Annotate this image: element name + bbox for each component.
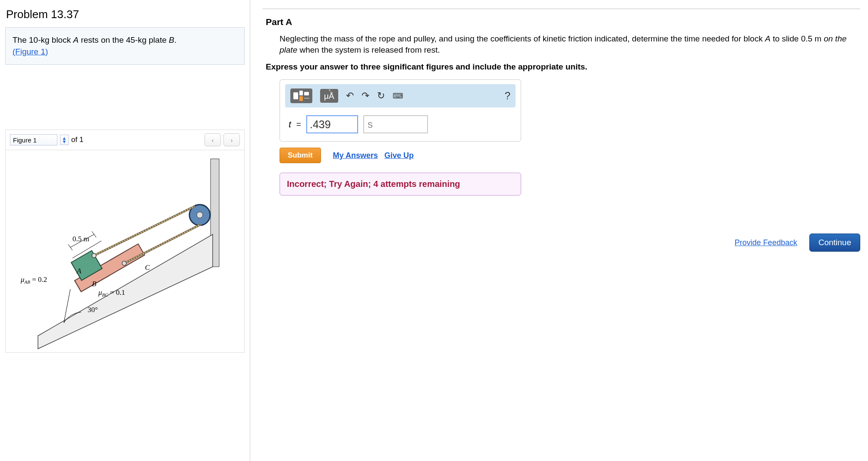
undo-icon[interactable]: ↶: [346, 90, 354, 101]
figure-canvas: 0.5 m A B C μAB = 0.2 μBC = 0.1 30°: [5, 150, 245, 353]
svg-line-13: [68, 244, 72, 250]
mu-ab-sym: μ: [21, 275, 25, 284]
svg-point-10: [92, 253, 96, 258]
var-A: A: [73, 35, 79, 44]
figure-svg: [6, 150, 245, 352]
units-icon[interactable]: μ°Å: [320, 89, 338, 103]
q-seg: to slide: [771, 34, 801, 43]
provide-feedback-link[interactable]: Provide Feedback: [735, 238, 797, 247]
label-A: A: [77, 267, 81, 275]
part-instruction: Express your answer to three significant…: [266, 62, 857, 72]
answer-toolbar: — μ°Å ↶ ↷ ↻ ⌨ ?: [285, 84, 516, 107]
statement-text: .: [174, 35, 176, 44]
reset-icon[interactable]: ↻: [377, 90, 385, 101]
divider: [262, 9, 860, 9]
answer-actions: Submit My Answers Give Up: [280, 148, 860, 163]
dim-label: 0.5 m: [72, 235, 89, 243]
answer-value-input[interactable]: [306, 115, 358, 133]
part-question: Neglecting the mass of the rope and pull…: [280, 33, 857, 55]
feedback-message: Incorrect; Try Again; 4 attempts remaini…: [280, 173, 521, 196]
right-panel: Part A Neglecting the mass of the rope a…: [250, 0, 868, 461]
svg-point-11: [122, 261, 126, 265]
label-C: C: [145, 263, 150, 272]
q-distance: 0.5 m: [801, 34, 822, 43]
q-var-A: A: [765, 34, 771, 43]
statement-text: The 10-kg block: [13, 35, 73, 44]
keypad-icon[interactable]: —: [290, 88, 312, 103]
svg-line-14: [92, 231, 96, 237]
figure-selector[interactable]: [10, 134, 57, 145]
q-seg: Neglecting the mass of the rope and pull…: [280, 34, 765, 43]
equals-sign: =: [296, 120, 301, 129]
redo-icon[interactable]: ↷: [362, 90, 369, 101]
left-panel: Problem 13.37 The 10-kg block A rests on…: [0, 0, 250, 461]
mu-bc-val: = 0.1: [108, 288, 125, 297]
figure-spinner[interactable]: ▲▼: [60, 135, 69, 145]
answer-panel: — μ°Å ↶ ↷ ↻ ⌨ ? t =: [280, 79, 521, 142]
mu-bc-sub: BC: [102, 293, 108, 298]
label-B: B: [92, 280, 96, 288]
my-answers-link[interactable]: My Answers: [333, 151, 378, 160]
svg-point-5: [197, 212, 203, 218]
figure-of-label: of 1: [71, 136, 83, 144]
keyboard-icon[interactable]: ⌨: [393, 92, 403, 101]
answer-row: t =: [285, 114, 516, 135]
continue-button[interactable]: Continue: [809, 234, 860, 252]
help-icon[interactable]: ?: [505, 90, 510, 102]
problem-statement: The 10-kg block A rests on the 45-kg pla…: [5, 27, 245, 65]
mu-ab-val: = 0.2: [30, 275, 47, 284]
mu-bc-sym: μ: [98, 288, 102, 297]
give-up-link[interactable]: Give Up: [384, 151, 414, 160]
footer-bar: Provide Feedback Continue: [735, 234, 860, 252]
var-B: B: [169, 35, 174, 44]
answer-unit-input[interactable]: [363, 115, 428, 133]
answer-variable: t: [289, 119, 291, 129]
figure-link[interactable]: (Figure 1): [13, 47, 48, 56]
figure-next-button[interactable]: ›: [223, 133, 240, 146]
statement-text: rests on the 45-kg plate: [79, 35, 169, 44]
figure-prev-button[interactable]: ‹: [204, 133, 221, 146]
part-title: Part A: [266, 17, 860, 27]
problem-title: Problem 13.37: [5, 4, 245, 27]
angle-label: 30°: [88, 306, 98, 314]
mu-ab-sub: AB: [25, 280, 30, 285]
figure-nav-bar: ▲▼ of 1 ‹ ›: [5, 129, 245, 150]
q-seg: when the system is released from rest.: [297, 45, 440, 54]
submit-button[interactable]: Submit: [280, 148, 321, 163]
